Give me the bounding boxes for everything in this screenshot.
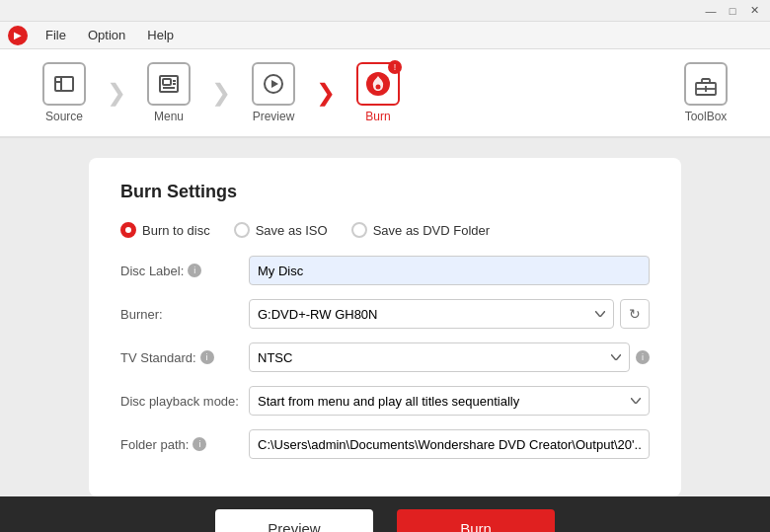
svg-rect-0	[55, 77, 73, 91]
burn-icon: !	[356, 62, 400, 106]
toolbox-label: ToolBox	[685, 110, 728, 123]
restore-button[interactable]: □	[725, 3, 740, 19]
toolbar-preview[interactable]: Preview	[229, 53, 318, 132]
toolbar-toolbox[interactable]: ToolBox	[661, 53, 750, 132]
burner-label-text: Burner:	[120, 307, 163, 322]
disc-label-label: Disc Label: i	[120, 264, 249, 278]
toolbar-burn[interactable]: ! Burn	[334, 53, 423, 132]
disc-label-input[interactable]	[249, 256, 650, 285]
help-menu[interactable]: Help	[137, 24, 184, 46]
radio-save-iso-label: Save as ISO	[256, 223, 328, 238]
disc-label-control	[249, 256, 650, 285]
folder-path-label: Folder path: i	[120, 437, 249, 452]
arrow-1: ❯	[103, 63, 130, 122]
tv-standard-label: TV Standard: i	[120, 350, 249, 365]
folder-path-info-icon[interactable]: i	[192, 437, 206, 451]
radio-save-iso[interactable]: Save as ISO	[234, 222, 328, 238]
burn-settings-card: Burn Settings Burn to disc Save as ISO S…	[89, 158, 681, 496]
minimize-button[interactable]: —	[703, 3, 719, 19]
svg-rect-13	[702, 79, 710, 83]
app-icon: ▶	[8, 26, 28, 45]
tv-standard-info-icon[interactable]: i	[200, 350, 214, 364]
disc-playback-row: Disc playback mode: Start from menu and …	[120, 386, 650, 416]
menu-label: Menu	[154, 110, 184, 123]
preview-label: Preview	[253, 110, 295, 123]
source-icon	[42, 62, 86, 106]
menu-bar: ▶ File Option Help	[0, 22, 770, 49]
preview-icon	[252, 62, 295, 106]
disc-playback-select[interactable]: Start from menu and play all titles sequ…	[249, 386, 650, 416]
tv-standard-label-text: TV Standard:	[120, 350, 196, 365]
radio-burn-disc-label: Burn to disc	[142, 223, 210, 238]
toolbar-menu[interactable]: Menu	[124, 53, 213, 132]
preview-button[interactable]: Preview	[215, 509, 373, 532]
radio-save-iso-circle	[234, 222, 250, 238]
close-button[interactable]: ✕	[746, 3, 762, 19]
tv-standard-control: NTSC PAL i	[249, 342, 650, 372]
radio-save-dvd-label: Save as DVD Folder	[373, 223, 491, 238]
toolbox-icon	[684, 62, 728, 106]
disc-playback-label-text: Disc playback mode:	[120, 394, 239, 409]
burner-label: Burner:	[120, 307, 249, 322]
radio-save-dvd[interactable]: Save as DVD Folder	[351, 222, 491, 238]
disc-label-row: Disc Label: i	[120, 256, 650, 285]
disc-playback-label: Disc playback mode:	[120, 394, 249, 409]
burner-select[interactable]: G:DVD+-RW GH80N	[249, 299, 614, 329]
option-menu[interactable]: Option	[78, 24, 135, 46]
tv-standard-extra-info-icon[interactable]: i	[636, 350, 650, 364]
burner-control: G:DVD+-RW GH80N ↻	[249, 299, 650, 329]
folder-path-control	[249, 429, 650, 459]
svg-point-11	[376, 85, 381, 90]
burner-row: Burner: G:DVD+-RW GH80N ↻	[120, 299, 650, 329]
radio-burn-disc[interactable]: Burn to disc	[120, 222, 210, 238]
disc-label-info-icon[interactable]: i	[188, 264, 201, 277]
arrow-3: ❯	[312, 63, 340, 122]
card-title: Burn Settings	[120, 182, 650, 202]
folder-path-label-text: Folder path:	[120, 437, 189, 452]
tv-standard-select-wrapper: NTSC PAL i	[249, 342, 650, 372]
arrow-2: ❯	[207, 63, 235, 122]
tv-standard-select[interactable]: NTSC PAL	[249, 342, 630, 372]
toolbar-source[interactable]: Source	[20, 53, 109, 132]
radio-burn-disc-circle	[120, 222, 136, 238]
svg-marker-9	[271, 80, 278, 88]
svg-rect-4	[163, 79, 171, 85]
burner-refresh-button[interactable]: ↻	[620, 299, 650, 329]
disc-label-text: Disc Label:	[120, 264, 184, 278]
title-bar: — □ ✕	[0, 0, 770, 22]
disc-playback-control: Start from menu and play all titles sequ…	[249, 386, 650, 416]
toolbar: Source ❯ Menu ❯ Preview ❯	[0, 49, 770, 138]
title-bar-buttons: — □ ✕	[703, 3, 762, 19]
main-content: Burn Settings Burn to disc Save as ISO S…	[0, 138, 770, 496]
folder-path-input[interactable]	[249, 429, 650, 459]
menu-icon	[147, 62, 191, 106]
tv-standard-row: TV Standard: i NTSC PAL i	[120, 342, 650, 372]
radio-group: Burn to disc Save as ISO Save as DVD Fol…	[120, 222, 650, 238]
burner-select-wrapper: G:DVD+-RW GH80N ↻	[249, 299, 650, 329]
action-bar: Preview Burn	[0, 496, 770, 532]
radio-save-dvd-circle	[351, 222, 367, 238]
folder-path-row: Folder path: i	[120, 429, 650, 459]
source-label: Source	[45, 110, 83, 123]
file-menu[interactable]: File	[36, 24, 76, 46]
burn-label: Burn	[365, 110, 390, 123]
burn-button[interactable]: Burn	[397, 509, 555, 532]
